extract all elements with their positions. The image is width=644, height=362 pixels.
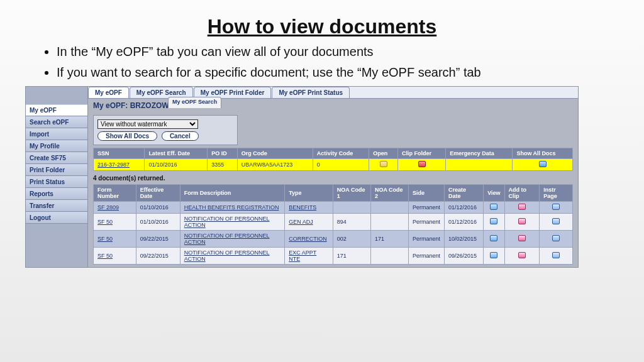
instr-page-icon[interactable]	[552, 204, 560, 210]
table-row: SF 5001/10/2016NOTIFICATION OF PERSONNEL…	[94, 214, 573, 231]
col-noa2: NOA Code 2	[370, 185, 408, 202]
act-cell: 0	[313, 159, 369, 171]
add-to-clip-icon[interactable]	[518, 235, 526, 241]
clip-folder-icon[interactable]	[418, 161, 426, 167]
add-to-clip-icon[interactable]	[518, 204, 526, 210]
instr-page-icon[interactable]	[552, 252, 560, 258]
slide-title: How to view documents	[0, 15, 644, 38]
slide-bullets: In the “My eOPF” tab you can view all of…	[38, 43, 619, 81]
tab-my-eopf[interactable]: My eOPF	[88, 87, 129, 98]
col-open: Open	[369, 148, 398, 159]
sidenav-print-status[interactable]: Print Status	[26, 176, 87, 188]
watermark-select[interactable]: View without watermark	[97, 119, 198, 129]
tab-strip: My eOPF My eOPF Search My eOPF Print Fol…	[88, 87, 578, 99]
bullet-1: In the “My eOPF” tab you can view all of…	[57, 43, 619, 60]
table-row: SF 5009/22/2015NOTIFICATION OF PERSONNEL…	[94, 248, 573, 265]
sidenav-logout[interactable]: Logout	[26, 212, 87, 224]
show-all-docs-button[interactable]: Show All Docs	[97, 131, 157, 141]
main-panel: My eOPF My eOPF Search My eOPF Print Fol…	[88, 86, 579, 268]
table-row: SF 280901/10/2016HEALTH BENEFITS REGISTR…	[94, 202, 573, 214]
col-emergency: Emergency Data	[446, 148, 513, 159]
side-nav: My eOPF Search eOPF Import My Profile Cr…	[25, 86, 88, 268]
desc-link[interactable]: HEALTH BENEFITS REGISTRATION	[184, 204, 279, 211]
add-to-clip-icon[interactable]	[518, 218, 526, 224]
form-link[interactable]: SF 50	[97, 236, 113, 242]
form-link[interactable]: SF 2809	[97, 204, 119, 211]
type-link[interactable]: BENEFITS	[289, 204, 316, 211]
tab-sub-search-badge: My eOPF Search	[168, 97, 221, 108]
open-folder-icon[interactable]	[380, 161, 387, 167]
org-cell: UBARW8A5AA1723	[237, 159, 313, 171]
eff-date-cell: 01/10/2016	[145, 159, 208, 171]
col-org: Org Code	[237, 148, 313, 159]
show-all-docs-icon[interactable]	[539, 161, 547, 167]
page-headline: My eOPF: BRZOZOW	[88, 99, 578, 112]
col-noa1: NOA Code 1	[333, 185, 370, 202]
type-link[interactable]: GEN ADJ	[289, 219, 313, 225]
col-ssn: SSN	[94, 148, 145, 159]
col-view: View	[484, 185, 504, 202]
desc-link[interactable]: NOTIFICATION OF PERSONNEL ACTION	[184, 233, 270, 245]
tab-print-status[interactable]: My eOPF Print Status	[272, 87, 350, 98]
desc-link[interactable]: NOTIFICATION OF PERSONNEL ACTION	[184, 250, 270, 262]
col-eff-date: Latest Eff. Date	[145, 148, 208, 159]
sidenav-print-folder[interactable]: Print Folder	[26, 164, 87, 176]
sidenav-reports[interactable]: Reports	[26, 188, 87, 200]
sidenav-import[interactable]: Import	[26, 128, 87, 140]
col-cdate: Create Date	[444, 185, 483, 202]
po-id-cell: 3355	[208, 159, 238, 171]
summary-row: 216-37-2987 01/10/2016 3355 UBARW8A5AA17…	[94, 159, 573, 171]
col-instr: Instr Page	[540, 185, 573, 202]
col-type: Type	[285, 185, 333, 202]
sidenav-create-sf75[interactable]: Create SF75	[26, 152, 87, 164]
view-controls: View without watermark Show All Docs Can…	[93, 115, 238, 145]
col-activity: Activity Code	[313, 148, 369, 159]
col-clip: Clip Folder	[398, 148, 446, 159]
instr-page-icon[interactable]	[552, 218, 560, 224]
col-addclip: Add to Clip	[504, 185, 540, 202]
documents-table: Form Number Effective Date Form Descript…	[93, 184, 573, 265]
view-icon[interactable]	[490, 235, 497, 241]
sidenav-my-eopf[interactable]: My eOPF	[26, 104, 87, 116]
col-side: Side	[408, 185, 444, 202]
form-link[interactable]: SF 50	[97, 219, 113, 225]
eopf-app-screenshot: My eOPF Search eOPF Import My Profile Cr…	[25, 86, 579, 268]
view-icon[interactable]	[490, 218, 497, 224]
doc-count: 4 document(s) returned.	[93, 175, 573, 182]
sidenav-transfer[interactable]: Transfer	[26, 200, 87, 212]
col-po-id: PO ID	[208, 148, 238, 159]
add-to-clip-icon[interactable]	[518, 252, 526, 258]
col-form: Form Number	[94, 185, 136, 202]
view-icon[interactable]	[490, 204, 497, 210]
instr-page-icon[interactable]	[552, 235, 560, 241]
summary-table: SSN Latest Eff. Date PO ID Org Code Acti…	[93, 148, 573, 171]
form-link[interactable]: SF 50	[97, 253, 113, 259]
desc-link[interactable]: NOTIFICATION OF PERSONNEL ACTION	[184, 216, 270, 228]
col-desc: Form Description	[180, 185, 284, 202]
cancel-button[interactable]: Cancel	[162, 131, 199, 141]
type-link[interactable]: EXC APPT NTE	[289, 250, 316, 262]
table-row: SF 5009/22/2015NOTIFICATION OF PERSONNEL…	[94, 231, 573, 248]
sidenav-my-profile[interactable]: My Profile	[26, 140, 87, 152]
ssn-link[interactable]: 216-37-2987	[97, 162, 130, 168]
col-edate: Effective Date	[136, 185, 180, 202]
type-link[interactable]: CORRECTION	[289, 236, 327, 242]
col-show-all: Show All Docs	[513, 148, 573, 159]
sidenav-search-eopf[interactable]: Search eOPF	[26, 116, 87, 128]
view-icon[interactable]	[490, 252, 497, 258]
bullet-2: If you want to search for a specific doc…	[57, 64, 619, 81]
